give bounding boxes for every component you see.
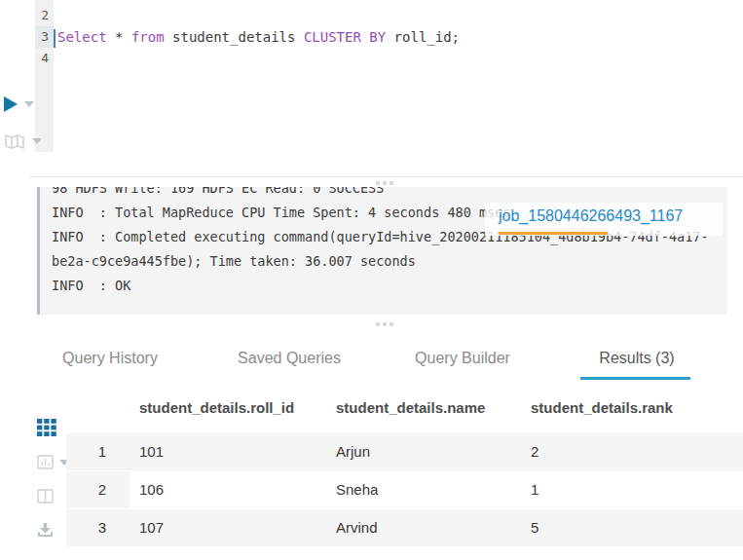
cell-rank: 2: [521, 433, 743, 470]
cell-name: Arvind: [326, 509, 521, 546]
hue-sql-editor-page: 2 3 4 Select * from student_details CLUS…: [0, 0, 743, 560]
open-book-icon[interactable]: [4, 133, 25, 150]
table-header-row: student_details.roll_id student_details.…: [66, 390, 743, 427]
bar-chart-icon[interactable]: [37, 455, 54, 469]
table-row: 2 106 Sneha 1: [66, 471, 743, 508]
tab-saved-queries[interactable]: Saved Queries: [238, 350, 341, 367]
sql-keyword: CLUSTER BY: [304, 29, 386, 45]
table-row: 1 101 Arjun 2: [66, 433, 743, 470]
sql-text: roll_id;: [386, 29, 460, 45]
code-line-empty: [57, 5, 460, 26]
sql-text: *: [107, 29, 131, 45]
cell-roll-id: 101: [130, 433, 326, 470]
column-header[interactable]: student_details.rank: [521, 390, 743, 427]
sql-keyword: from: [131, 29, 165, 45]
job-link[interactable]: job_1580446266493_1167: [485, 203, 723, 225]
sql-statement: Select * from student_details CLUSTER BY…: [57, 26, 460, 48]
drag-dots-icon[interactable]: [376, 181, 393, 185]
tab-query-builder[interactable]: Query Builder: [415, 350, 510, 367]
chevron-down-icon[interactable]: [24, 101, 34, 107]
row-number-header: [66, 390, 130, 427]
log-line: INFO : OK: [52, 274, 727, 298]
chevron-down-icon[interactable]: [32, 138, 42, 144]
drag-dots-icon[interactable]: [376, 322, 393, 326]
code-area[interactable]: Select * from student_details CLUSTER BY…: [57, 5, 460, 69]
cell-rank: 1: [521, 471, 743, 508]
job-progress-bar: [499, 232, 608, 235]
line-number: 4: [35, 48, 54, 69]
log-line: 98 HDFS Write: 169 HDFS EC Read: 0 SUCCE…: [52, 187, 727, 201]
tab-query-history[interactable]: Query History: [62, 350, 158, 367]
log-line: be2a-c9ce9a445fbe); Time taken: 36.007 s…: [52, 249, 727, 274]
sql-editor[interactable]: 2 3 4 Select * from student_details CLUS…: [0, 0, 743, 156]
table-row: 3 107 Arvind 5: [66, 509, 743, 546]
row-number: 1: [66, 433, 130, 470]
results-table: student_details.roll_id student_details.…: [66, 390, 743, 547]
text-cursor: [54, 29, 56, 48]
sql-keyword: Select: [57, 29, 107, 45]
line-number-active: 3: [35, 26, 54, 48]
editor-action-rail: [4, 95, 62, 150]
row-number: 2: [66, 471, 130, 508]
tab-results[interactable]: Results (3): [599, 350, 674, 367]
play-icon[interactable]: [4, 96, 18, 112]
column-header[interactable]: student_details.name: [326, 390, 521, 427]
cell-roll-id: 106: [130, 471, 326, 508]
row-number: 3: [66, 509, 130, 546]
cell-name: Sneha: [326, 471, 521, 508]
download-icon[interactable]: [37, 523, 54, 538]
columns-icon[interactable]: [37, 489, 54, 504]
cell-rank: 5: [521, 509, 743, 546]
job-link-badge: job_1580446266493_1167: [485, 203, 723, 236]
result-tabs: Query History Saved Queries Query Builde…: [0, 341, 743, 382]
active-tab-indicator: [580, 377, 690, 380]
column-header[interactable]: student_details.roll_id: [130, 390, 326, 427]
table-body: 1 101 Arjun 2 2 106 Sneha 1 3 107 Arvind…: [66, 433, 743, 546]
line-number: 2: [35, 5, 54, 26]
code-line-empty: [57, 48, 460, 69]
grid-icon[interactable]: [37, 419, 56, 436]
cell-name: Arjun: [326, 433, 521, 470]
panel-divider: [29, 176, 743, 177]
cell-roll-id: 107: [130, 509, 326, 546]
sql-text: student_details: [165, 29, 304, 45]
